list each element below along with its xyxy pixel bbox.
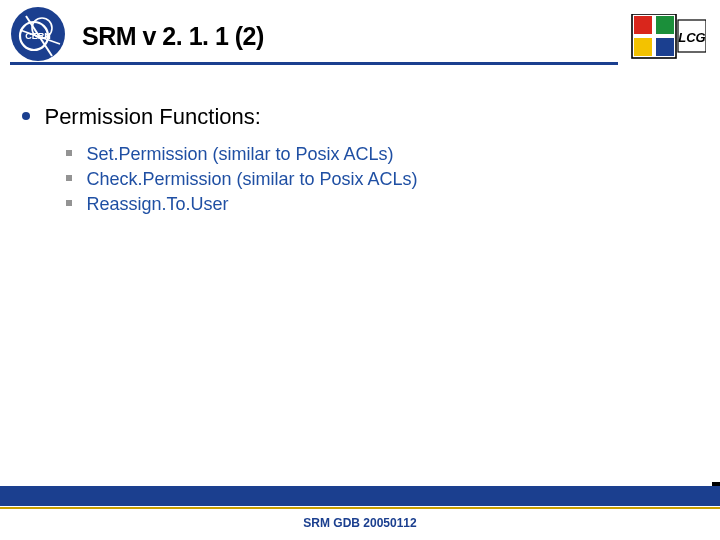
svg-rect-7	[656, 16, 674, 34]
bullet-icon	[66, 175, 72, 181]
bullet-icon	[22, 112, 30, 120]
section-heading-row: Permission Functions:	[22, 104, 690, 130]
list-item-label: Check.Permission (similar to Posix ACLs)	[86, 169, 417, 189]
svg-rect-8	[634, 38, 652, 56]
svg-rect-9	[656, 38, 674, 56]
list-item: Reassign.To.User	[66, 194, 690, 215]
section-heading: Permission Functions:	[44, 104, 260, 129]
list-item: Set.Permission (similar to Posix ACLs)	[66, 144, 690, 165]
list-item-label: Set.Permission (similar to Posix ACLs)	[86, 144, 393, 164]
function-list: Set.Permission (similar to Posix ACLs) C…	[66, 144, 690, 215]
lcg-logo: LCG	[626, 14, 706, 62]
footer-bar	[0, 486, 720, 506]
footer-text: SRM GDB 20050112	[0, 516, 720, 530]
list-item: Check.Permission (similar to Posix ACLs)	[66, 169, 690, 190]
list-item-label: Reassign.To.User	[86, 194, 228, 214]
footer-divider	[0, 507, 720, 509]
svg-text:CERN: CERN	[25, 31, 51, 41]
header: CERN SRM v 2. 1. 1 (2) LCG	[0, 0, 720, 72]
cern-logo: CERN	[10, 6, 66, 62]
header-divider	[10, 62, 618, 65]
slide-title: SRM v 2. 1. 1 (2)	[82, 22, 264, 51]
bullet-icon	[66, 200, 72, 206]
content-area: Permission Functions: Set.Permission (si…	[22, 104, 690, 219]
svg-text:LCG: LCG	[678, 30, 705, 45]
svg-rect-6	[634, 16, 652, 34]
slide: CERN SRM v 2. 1. 1 (2) LCG Permission Fu…	[0, 0, 720, 540]
bullet-icon	[66, 150, 72, 156]
